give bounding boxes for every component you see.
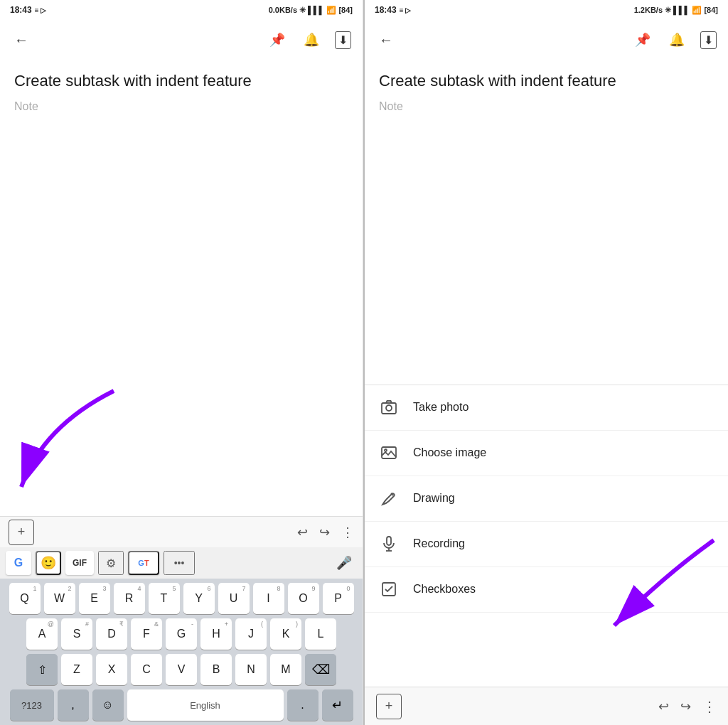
key-o[interactable]: 9O [288,583,319,614]
key-period[interactable]: . [287,689,318,721]
key-space[interactable]: English [127,689,284,721]
right-bell-button[interactable]: 🔔 [666,29,687,50]
right-archive-button[interactable]: ⬇ [700,31,717,49]
key-h[interactable]: +H [200,618,232,650]
right-more-button[interactable]: ⋮ [702,698,717,715]
key-r[interactable]: 4R [114,583,145,614]
key-enter[interactable]: ↵ [322,689,353,721]
left-note-placeholder[interactable]: Note [14,100,348,113]
right-note-title[interactable]: Create subtask with indent feature [379,71,714,92]
key-x[interactable]: X [96,654,127,685]
right-signal-bar-icon: ▌▌▌ [673,6,690,14]
gboard-emoji-button[interactable]: 🙂 [36,551,61,575]
kb-plus-button[interactable]: + [9,520,34,545]
key-e[interactable]: 3E [79,583,110,614]
right-back-button[interactable]: ← [376,29,396,51]
status-left: 18:43 ≡ ▷ [10,5,46,15]
kb-more-button[interactable]: ⋮ [341,525,354,540]
menu-item-drawing[interactable]: Drawing [365,476,728,522]
key-u[interactable]: 7U [218,583,250,614]
key-l[interactable]: L [305,618,336,650]
key-f[interactable]: &F [131,618,162,650]
svg-point-2 [386,405,392,411]
key-n[interactable]: N [235,654,267,685]
right-note-placeholder[interactable]: Note [379,100,714,113]
left-bell-button[interactable]: 🔔 [301,29,322,50]
right-phone-panel: 18:43 ≡ ▷ 1.2KB/s ✳ ▌▌▌ 📶 [84] ← 📌 🔔 ⬇ C… [365,0,728,725]
recording-label: Recording [413,537,465,550]
key-m[interactable]: M [270,654,301,685]
key-t[interactable]: 5T [149,583,180,614]
menu-item-take-photo[interactable]: Take photo [365,385,728,431]
key-backspace[interactable]: ⌫ [305,654,336,685]
gboard-gif-button[interactable]: GIF [65,551,94,575]
key-c[interactable]: C [131,654,162,685]
right-app-bar: ← 📌 🔔 ⬇ [365,20,728,60]
menu-item-choose-image[interactable]: Choose image [365,431,728,476]
left-back-button[interactable]: ← [11,29,31,51]
signal-bar-icon: ▌▌▌ [308,6,324,14]
menu-item-recording[interactable]: Recording [365,522,728,567]
kb-toolbar-left: + [9,520,40,545]
choose-image-icon [379,443,399,463]
key-k[interactable]: )K [270,618,301,650]
gboard-more-button[interactable]: ••• [164,551,195,575]
gboard-settings-button[interactable]: ⚙ [98,551,124,575]
key-i[interactable]: 8I [253,583,284,614]
keyboard-row-2: @A #S ₹D &F -G +H (J )K L [3,618,360,650]
drawing-label: Drawing [413,492,455,505]
right-pin-button[interactable]: 📌 [632,29,653,50]
key-v[interactable]: V [166,654,197,685]
wifi-icon: 📶 [326,6,336,15]
key-y[interactable]: 6Y [183,583,215,614]
gboard-g-button[interactable]: G [6,551,31,575]
take-photo-icon [379,397,399,417]
right-status-right: 1.2KB/s ✳ ▌▌▌ 📶 [84] [634,6,718,15]
gif-label: GIF [73,558,87,568]
key-j[interactable]: (J [235,618,267,650]
gboard-mic-button[interactable]: 🎤 [331,551,357,575]
key-d[interactable]: ₹D [96,618,127,650]
kb-redo-button[interactable]: ↪ [319,525,330,540]
kb-undo-button[interactable]: ↩ [297,525,308,540]
left-note-title[interactable]: Create subtask with indent feature [14,71,348,92]
key-z[interactable]: Z [61,654,92,685]
right-signal-icons: ≡ ▷ [400,6,412,14]
key-shift[interactable]: ⇧ [26,654,58,685]
key-s[interactable]: #S [61,618,92,650]
left-data-speed: 0.0KB/s [269,6,297,14]
key-a[interactable]: @A [26,618,58,650]
right-plus-button[interactable]: + [376,694,402,719]
keyboard-row-1: 1Q 2W 3E 4R 5T 6Y 7U 8I 9O 0P [3,583,360,614]
menu-item-checkboxes[interactable]: Checkboxes [365,567,728,613]
key-b[interactable]: B [200,654,232,685]
right-data-speed: 1.2KB/s [634,6,663,14]
right-undo-button[interactable]: ↩ [658,699,669,714]
right-note-content: Create subtask with indent feature Note [365,60,728,385]
keyboard-row-3: ⇧ Z X C V B N M ⌫ [3,654,360,685]
key-numeric[interactable]: ?123 [10,689,54,721]
left-app-bar: ← 📌 🔔 ⬇ [0,20,363,60]
settings-icon: ⚙ [106,557,116,570]
more-dots-icon: ••• [174,557,185,569]
key-w[interactable]: 2W [44,583,75,614]
signal-icons: ≡ ▷ [35,6,47,14]
gboard-translate-button[interactable]: GT [128,551,159,575]
key-emoji[interactable]: ☺ [92,689,124,721]
translate-label: GT [138,559,149,567]
key-q[interactable]: 1Q [9,583,41,614]
left-archive-button[interactable]: ⬇ [335,31,351,49]
mic-icon: 🎤 [336,555,352,571]
choose-image-label: Choose image [413,446,486,459]
key-p[interactable]: 0P [323,583,354,614]
key-g[interactable]: -G [166,618,197,650]
right-redo-button[interactable]: ↪ [680,699,691,714]
bluetooth-icon: ✳ [299,6,306,15]
key-comma[interactable]: , [58,689,89,721]
left-note-content: Create subtask with indent feature Note [0,60,363,516]
g-letter-blue: G [14,557,23,569]
left-keyboard-toolbar: + ↩ ↪ ⋮ [0,516,363,547]
take-photo-label: Take photo [413,401,469,414]
right-bluetooth-icon: ✳ [665,6,671,15]
left-pin-button[interactable]: 📌 [267,29,288,50]
